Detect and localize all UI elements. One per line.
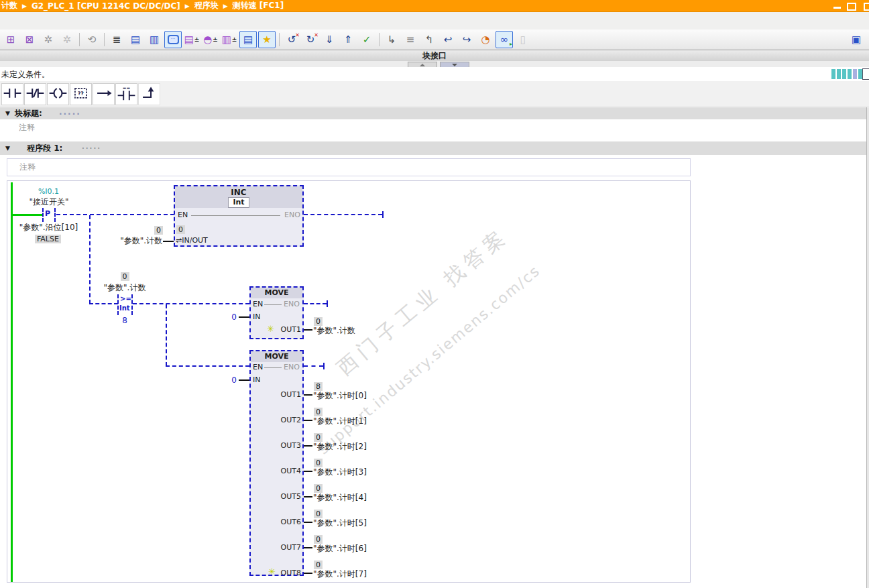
inc-en-eno-line [191, 215, 280, 216]
compare-contact-bar[interactable] [117, 294, 119, 315]
call-structure-icon[interactable]: ↳ [383, 31, 400, 48]
page-icon[interactable] [862, 68, 869, 80]
move2-out-value-wrap: 8 [314, 381, 323, 391]
wire-move2-out [304, 471, 312, 472]
cross-references-icon[interactable]: ◔ [477, 31, 494, 48]
coil-icon[interactable] [47, 83, 69, 105]
upload-icon[interactable]: ⇑ [339, 31, 357, 48]
inc-block-header[interactable]: INC Int [175, 186, 302, 208]
move2-out-operand[interactable]: "参数".计时[3] [313, 467, 367, 478]
block-title-label: 块标题: [15, 108, 42, 119]
monitoring-icon[interactable]: ∞▸ [496, 31, 513, 48]
favorites-icon[interactable]: ★ [258, 31, 276, 48]
toggle-comments-icon[interactable]: … [164, 31, 182, 48]
compare-datatype[interactable]: Int [119, 304, 130, 312]
close-branch-icon[interactable] [138, 83, 160, 105]
next-error-icon[interactable]: ↻✕ [302, 31, 319, 48]
reset-start-values-icon[interactable]: ⟲ [83, 31, 101, 48]
expand-networks-icon[interactable]: ▥ [146, 31, 163, 48]
compare-operand[interactable]: "参数".计数 [94, 282, 156, 294]
editor-toolbar: ⊞ ⊠ ✲ ✲ ⟲ ≣ ▤ ▥ … ▤± ◓± ▥± ▤ ★ ↺✕ ↻✕ ⇓ ⇑… [0, 30, 869, 50]
compare-constant[interactable]: 8 [115, 316, 134, 325]
move2-out-label: OUT1 [272, 390, 301, 399]
breadcrumb-item[interactable]: 测转速 [FC1] [233, 0, 284, 11]
restore-button[interactable] [847, 3, 856, 11]
edge-memory-operand[interactable]: "参数".沿位[10] [7, 222, 91, 233]
previous-error-icon[interactable]: ↺✕ [283, 31, 300, 48]
breadcrumb-item[interactable]: 计数 [1, 0, 17, 11]
delete-network-icon[interactable]: ⊠ [21, 31, 38, 48]
move2-in-value[interactable]: 0 [219, 375, 237, 385]
closed-contact-icon[interactable] [24, 83, 46, 105]
move2-out-operand[interactable]: "参数".计时[5] [313, 518, 367, 529]
move2-out-operand[interactable]: "参数".计时[2] [313, 441, 367, 453]
collapse-arrow-icon[interactable]: ▼ [5, 145, 10, 152]
network-overview-icon[interactable]: ≣ [108, 31, 125, 48]
wire-inc-eno-out [304, 214, 382, 215]
breadcrumb-item[interactable]: G2_PLC_1 [CPU 1214C DC/DC/DC] [32, 1, 180, 11]
wire-move1-out [304, 329, 312, 331]
block-title-band[interactable]: ▼ 块标题: ..... [0, 107, 867, 119]
move1-title[interactable]: MOVE [251, 288, 302, 298]
contact-address[interactable]: %I0.1 [20, 187, 77, 196]
load-indicator-bar [848, 69, 852, 79]
insert-network-icon[interactable]: ⊞ [2, 31, 19, 48]
move2-out-value-wrap: 0 [314, 407, 323, 416]
compare-operand-value: 0 [121, 272, 129, 281]
collapse-networks-icon[interactable]: ▤ [127, 31, 144, 48]
wire-move2-eno-out [304, 365, 323, 367]
operand-display-icon[interactable]: ◓± [202, 31, 219, 48]
assignment-list-icon[interactable]: ≡ [402, 31, 419, 48]
go-to-next-icon[interactable]: ↪ [458, 31, 475, 48]
compare-operand-value-wrap: 0 [101, 272, 149, 281]
move1-in-value[interactable]: 0 [219, 312, 237, 322]
inc-datatype-select[interactable]: Int [228, 197, 249, 208]
network-title-dots[interactable]: ..... [82, 143, 101, 150]
download-icon[interactable]: ⇓ [321, 31, 338, 48]
move2-title[interactable]: MOVE [251, 351, 302, 362]
svg-text:==: == [123, 86, 131, 91]
move2-out-label: OUT5 [272, 492, 301, 501]
network-comment-box[interactable]: 注释 [7, 158, 691, 176]
freeform-comments-icon[interactable]: ▤ [239, 31, 257, 48]
close-button[interactable] [864, 3, 869, 11]
block-title-dots[interactable]: ..... [59, 107, 81, 117]
move2-out-operand[interactable]: "参数".计时[7] [313, 569, 367, 580]
go-to-previous-icon[interactable]: ↩ [439, 31, 457, 48]
move2-out-operand[interactable]: "参数".计时[1] [313, 416, 367, 427]
symbolic-operands-icon[interactable]: ▥± [221, 31, 238, 48]
collapse-arrow-icon[interactable]: ▼ [5, 110, 10, 117]
window-split-icon[interactable]: ▣ [848, 31, 865, 48]
breadcrumb-item[interactable]: 程序块 [194, 0, 219, 11]
know-how-protection-icon[interactable]: ▯ [514, 31, 532, 48]
move2-out-operand[interactable]: "参数".计时[0] [313, 390, 367, 402]
network-title-band[interactable]: ▼ 程序段 1: ..... [0, 141, 867, 155]
move2-out-value-wrap: 0 [314, 458, 323, 467]
move2-out-operand[interactable]: "参数".计时[6] [313, 543, 367, 554]
vertical-scrollbar[interactable] [866, 107, 869, 588]
open-contact-icon[interactable] [1, 83, 23, 105]
compare-contact-icon[interactable]: == [115, 83, 137, 105]
compare-operator[interactable]: >= [120, 295, 131, 302]
contact-name[interactable]: "接近开关" [12, 196, 86, 208]
dependency-structure-icon[interactable]: ↰ [420, 31, 438, 48]
move1-out-operand[interactable]: "参数".计数 [313, 325, 355, 337]
compare-contact-bar[interactable] [131, 294, 133, 315]
compile-icon[interactable]: ✓ [358, 31, 375, 48]
insert-empty-row-2-icon[interactable]: ✲ [58, 31, 76, 48]
network-comment[interactable]: 注释 [19, 162, 36, 173]
minimize-button[interactable] [833, 7, 841, 9]
block-comment[interactable]: 注释 [19, 122, 35, 133]
insert-empty-row-icon[interactable]: ✲ [40, 31, 57, 48]
empty-box-icon[interactable]: ?? [70, 83, 92, 105]
move2-out-value-wrap: 0 [314, 534, 323, 544]
wire-inc-operand [163, 241, 174, 242]
move2-out-operand[interactable]: "参数".计时[4] [313, 492, 367, 504]
open-branch-icon[interactable] [93, 83, 115, 105]
absolute-operands-icon[interactable]: ▤± [183, 31, 200, 48]
edge-type-label[interactable]: P [45, 209, 50, 218]
edge-memory-value: FALSE [35, 235, 61, 243]
contact-bar[interactable] [42, 208, 44, 222]
contact-bar[interactable] [54, 208, 56, 222]
inc-operand[interactable]: "参数".计数 [99, 235, 162, 247]
